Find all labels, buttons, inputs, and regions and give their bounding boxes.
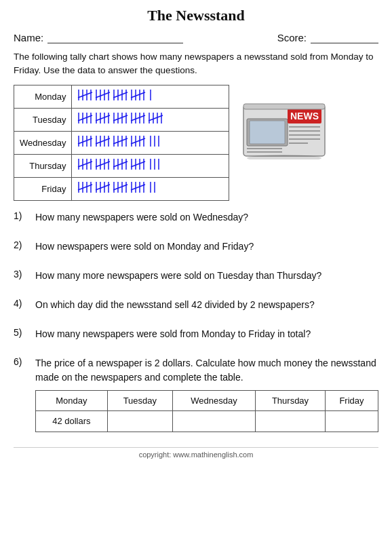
col-friday: Friday — [325, 390, 378, 411]
question-2: 2) How newspapers were sold on Monday an… — [14, 240, 378, 254]
question-4: 4) On which day did the newsstand sell 4… — [14, 298, 378, 312]
svg-line-111 — [131, 185, 145, 190]
page-title: The Newsstand — [14, 7, 378, 24]
table-row: Friday — [14, 177, 229, 200]
tally-marks-thursday — [77, 157, 223, 172]
svg-rect-116 — [250, 121, 285, 144]
question-5: 5) How many newspapers were sold from Mo… — [14, 327, 378, 341]
tally-marks-wednesday — [77, 134, 223, 149]
name-label: Name: — [14, 32, 43, 43]
question-number: 2) — [14, 240, 35, 250]
answer-monday: 42 dollars — [36, 411, 108, 432]
question-number: 1) — [14, 210, 35, 221]
tally-cell — [72, 177, 229, 200]
svg-line-88 — [131, 161, 145, 167]
question-text: The price of a newspaper is 2 dollars. C… — [35, 356, 378, 432]
tally-marks-friday — [77, 180, 223, 195]
question-6: 6) The price of a newspaper is 2 dollars… — [14, 356, 378, 432]
question-text: How many more newspapers were sold on Tu… — [35, 269, 378, 283]
question-number: 3) — [14, 269, 35, 280]
day-label: Thursday — [14, 154, 72, 177]
svg-line-40 — [131, 115, 145, 121]
answer-row: 42 dollars — [36, 411, 378, 432]
svg-line-106 — [113, 185, 128, 190]
svg-line-83 — [113, 161, 128, 167]
svg-line-45 — [149, 115, 163, 121]
svg-text:NEWS: NEWS — [290, 111, 319, 121]
table-row: Wednesday — [14, 131, 229, 154]
copyright: copyright: www.mathinenglish.com — [14, 447, 378, 459]
svg-line-35 — [113, 115, 128, 121]
tally-marks-tuesday — [77, 111, 223, 126]
question-text: How many newspapers were sold from Monda… — [35, 327, 378, 341]
svg-line-30 — [96, 115, 110, 121]
col-monday: Monday — [36, 390, 108, 411]
table-row: Thursday — [14, 154, 229, 177]
question-text: How many newspapers were sold on Wednesd… — [35, 210, 378, 225]
svg-line-96 — [78, 185, 92, 190]
name-field: Name: — [14, 31, 183, 43]
day-label: Wednesday — [14, 131, 72, 154]
table-row: Monday — [14, 85, 229, 108]
tally-cell — [72, 85, 229, 108]
tally-cell — [72, 154, 229, 177]
answer-thursday — [256, 411, 326, 432]
table-header-row: Monday Tuesday Wednesday Thursday Friday — [36, 390, 378, 411]
col-thursday: Thursday — [256, 390, 326, 411]
svg-line-55 — [96, 138, 110, 144]
col-wednesday: Wednesday — [172, 390, 255, 411]
question-text: On which day did the newsstand sell 42 d… — [35, 298, 378, 312]
score-underline — [311, 31, 378, 43]
score-label: Score: — [277, 32, 307, 43]
question-text: How newspapers were sold on Monday and F… — [35, 240, 378, 254]
answer-friday — [325, 411, 378, 432]
intro-text: The following tally chart shows how many… — [14, 50, 378, 78]
tally-section: Monday — [14, 85, 378, 201]
tally-cell — [72, 131, 229, 154]
answer-wednesday — [172, 411, 255, 432]
name-underline — [47, 31, 183, 43]
svg-line-9 — [96, 92, 110, 98]
svg-line-50 — [78, 138, 92, 144]
question-3: 3) How many more newspapers were sold on… — [14, 269, 378, 283]
day-label: Monday — [14, 85, 72, 108]
day-label: Tuesday — [14, 108, 72, 131]
question-1: 1) How many newspapers were sold on Wedn… — [14, 210, 378, 225]
score-field: Score: — [277, 31, 378, 43]
answer-table: Monday Tuesday Wednesday Thursday Friday… — [35, 390, 378, 432]
table-row: Tuesday — [14, 108, 229, 131]
svg-line-73 — [78, 161, 92, 167]
svg-line-14 — [113, 92, 128, 98]
tally-marks-monday — [77, 88, 223, 103]
svg-line-4 — [78, 92, 92, 98]
svg-line-25 — [78, 115, 92, 121]
question-number: 5) — [14, 327, 35, 338]
day-label: Friday — [14, 177, 72, 200]
svg-line-60 — [113, 138, 128, 144]
newspaper-svg: NEWS — [240, 85, 328, 159]
col-tuesday: Tuesday — [107, 390, 172, 411]
question-number: 4) — [14, 298, 35, 309]
tally-chart: Monday — [14, 85, 229, 201]
answer-tuesday — [107, 411, 172, 432]
svg-line-101 — [96, 185, 110, 190]
tally-cell — [72, 108, 229, 131]
questions-section: 1) How many newspapers were sold on Wedn… — [14, 210, 378, 432]
svg-rect-126 — [243, 104, 325, 109]
newspaper-illustration: NEWS — [240, 85, 328, 159]
svg-line-19 — [131, 92, 145, 98]
svg-line-65 — [131, 138, 145, 144]
svg-line-78 — [96, 161, 110, 167]
question-number: 6) — [14, 356, 35, 367]
